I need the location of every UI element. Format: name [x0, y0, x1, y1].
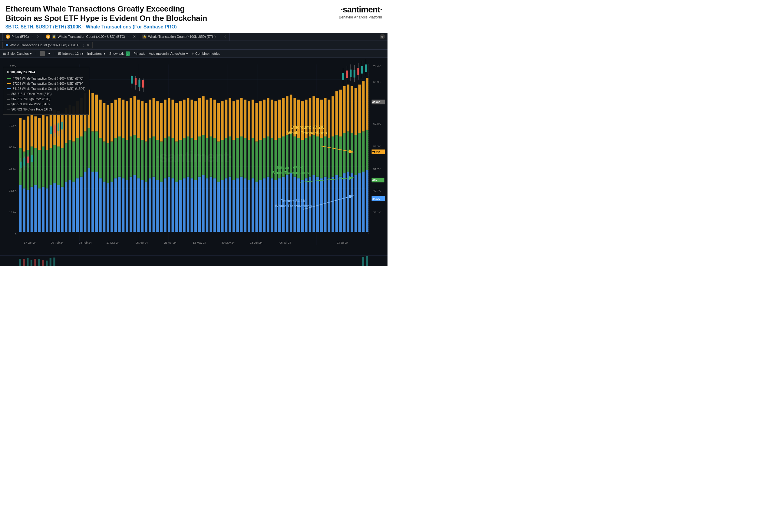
- svg-rect-293: [358, 85, 360, 133]
- svg-rect-194: [331, 136, 334, 177]
- tab-whale-eth[interactable]: 🔒 Whale Transaction Count (>100k USD) (E…: [139, 33, 230, 41]
- svg-rect-156: [187, 136, 189, 177]
- svg-rect-71: [213, 179, 216, 232]
- add-metric-btn[interactable]: ⊕: [379, 34, 385, 39]
- svg-rect-30: [57, 185, 60, 232]
- svg-text:51.7K: 51.7K: [373, 167, 381, 171]
- combine-metrics-btn[interactable]: + Combine metrics: [192, 51, 220, 56]
- tooltip-low-label: $65,571.09 Low Price (BTC): [11, 102, 50, 107]
- svg-rect-250: [194, 101, 197, 140]
- tooltip-high-dash: —: [7, 97, 10, 102]
- svg-rect-373: [0, 256, 388, 266]
- svg-rect-264: [248, 101, 250, 140]
- svg-rect-61: [175, 182, 178, 232]
- svg-rect-63: [183, 179, 185, 232]
- svg-rect-381: [46, 261, 48, 266]
- svg-rect-204: [19, 118, 21, 148]
- svg-rect-265: [251, 100, 254, 138]
- indicators-selector[interactable]: Indicators: ▾: [87, 52, 106, 56]
- svg-rect-374: [19, 259, 21, 266]
- usdt-annotation-line1: Tether: 34.1K: [281, 199, 305, 203]
- show-axis-toggle[interactable]: Show axis ✓: [109, 51, 130, 56]
- svg-rect-47: [122, 179, 124, 232]
- svg-rect-66: [194, 180, 197, 232]
- tab-price-btc[interactable]: B Price (BTC) ⋮ ✕: [2, 33, 43, 41]
- svg-rect-158: [194, 140, 197, 180]
- svg-rect-327: [353, 70, 355, 77]
- svg-rect-188: [309, 136, 311, 177]
- style-selector[interactable]: ▦ Style: Candles ▾: [3, 52, 32, 56]
- tab-close-btn2[interactable]: ✕: [133, 34, 136, 39]
- tab-whale-usdt[interactable]: Whale Transaction Count (>100k USD) (USD…: [2, 42, 93, 48]
- svg-rect-254: [209, 98, 212, 136]
- svg-rect-65: [191, 179, 193, 232]
- svg-rect-376: [27, 258, 28, 266]
- svg-rect-207: [31, 115, 33, 146]
- tooltip-eth-label: 77203 Whale Transaction Count (>100k USD…: [13, 81, 83, 86]
- svg-rect-238: [149, 100, 151, 138]
- svg-rect-100: [324, 177, 326, 232]
- svg-rect-86: [271, 179, 273, 232]
- axis-settings[interactable]: Axis max/min: Auto/Auto ▾: [149, 52, 188, 56]
- svg-text:47.6K: 47.6K: [9, 167, 17, 171]
- svg-rect-229: [114, 100, 117, 138]
- svg-rect-146: [149, 138, 151, 179]
- svg-rect-50: [133, 175, 136, 232]
- svg-rect-72: [217, 182, 220, 232]
- svg-rect-43: [107, 183, 109, 232]
- tab-close-btn3[interactable]: ✕: [223, 34, 226, 39]
- tab-close-btn[interactable]: ✕: [37, 34, 40, 39]
- svg-rect-331: [361, 66, 363, 74]
- pin-axis-btn[interactable]: Pin axis: [133, 52, 145, 55]
- tooltip-row-usdt: 34198 Whale Transaction Count (>100k USD…: [7, 86, 85, 91]
- volume-area: [0, 255, 388, 266]
- svg-rect-129: [84, 132, 86, 172]
- svg-rect-385: [366, 256, 368, 266]
- svg-rect-209: [38, 118, 41, 150]
- svg-rect-190: [316, 136, 319, 177]
- svg-rect-225: [99, 100, 101, 138]
- tooltip-close-dash: —: [7, 107, 10, 112]
- svg-rect-244: [172, 100, 174, 138]
- svg-rect-174: [255, 142, 258, 182]
- svg-rect-123: [61, 148, 63, 187]
- interval-icon: ⊞: [58, 51, 61, 56]
- svg-rect-237: [145, 103, 147, 142]
- svg-rect-226: [103, 103, 105, 142]
- tooltip-row-btc: 47094 Whale Transaction Count (>100k USD…: [7, 76, 85, 81]
- svg-rect-57: [160, 182, 162, 232]
- svg-rect-172: [248, 140, 250, 180]
- tooltip-row-eth: 77203 Whale Transaction Count (>100k USD…: [7, 81, 85, 86]
- pin-axis-label: Pin axis: [133, 52, 145, 55]
- tab-label: Whale Transaction Count (>100k USD) (BTC…: [57, 35, 125, 38]
- svg-rect-45: [114, 179, 117, 232]
- combine-label: Combine metrics: [195, 52, 220, 55]
- svg-rect-164: [217, 142, 220, 182]
- svg-rect-231: [122, 100, 124, 138]
- svg-rect-124: [65, 143, 67, 182]
- svg-rect-108: [354, 175, 357, 232]
- svg-rect-175: [259, 140, 261, 180]
- interval-selector[interactable]: ⊞ Interval: 12h ▾: [58, 51, 84, 56]
- tab-close-btn4[interactable]: ✕: [86, 43, 89, 47]
- svg-rect-109: [358, 173, 360, 232]
- svg-rect-273: [282, 98, 284, 136]
- svg-rect-56: [156, 180, 159, 232]
- svg-rect-246: [179, 101, 182, 140]
- svg-rect-122: [57, 147, 60, 185]
- svg-rect-294: [362, 81, 364, 132]
- color-swatch[interactable]: [40, 51, 45, 56]
- svg-rect-152: [172, 138, 174, 179]
- svg-rect-80: [248, 180, 250, 232]
- svg-rect-99: [320, 179, 323, 232]
- svg-rect-73: [221, 180, 223, 232]
- annotation-usdt: Tether: 34.1K Whale Transactions: [275, 199, 312, 209]
- svg-rect-191: [320, 138, 323, 179]
- svg-rect-120: [50, 148, 52, 185]
- tab-whale-btc[interactable]: B 🔒 Whale Transaction Count (>100k USD) …: [43, 33, 139, 41]
- svg-rect-23: [31, 187, 33, 232]
- svg-rect-223: [91, 93, 94, 132]
- svg-rect-161: [206, 138, 208, 179]
- svg-rect-135: [107, 143, 109, 183]
- lock-icon: 🔒: [52, 34, 56, 39]
